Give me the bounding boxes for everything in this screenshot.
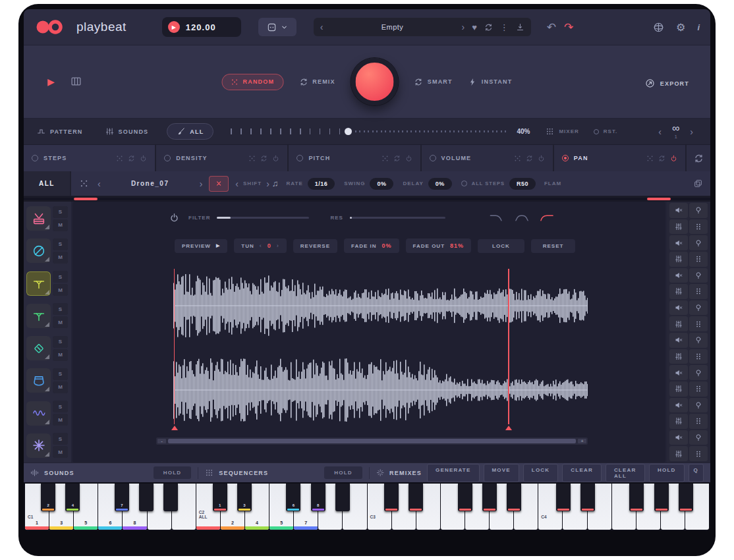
tab-radio-icon[interactable] [164, 155, 171, 161]
complexity-slider[interactable]: 40% [231, 128, 530, 135]
loop-start-segment[interactable] [74, 198, 98, 200]
bpm-value[interactable]: 120.00 [186, 22, 216, 32]
zoom-in-button[interactable]: + [578, 439, 586, 443]
transport-play-icon[interactable]: ▶ [47, 76, 55, 87]
mixer-button[interactable]: MIXER [546, 127, 579, 136]
piano-key-black-17[interactable] [580, 484, 595, 511]
highpass-filter-icon[interactable] [539, 213, 555, 223]
power-icon[interactable] [538, 155, 545, 162]
track-3-choke-knob-icon[interactable] [689, 268, 708, 283]
tune-down-button[interactable]: ‹ [260, 242, 262, 249]
sample-end-marker[interactable] [508, 269, 509, 424]
tab-sounds[interactable]: SOUNDS [105, 127, 149, 136]
all-tracks-button[interactable]: ALL [167, 123, 213, 140]
track-6-pad-grid-icon[interactable] [689, 381, 708, 397]
tab-radio-icon[interactable] [562, 155, 569, 161]
bpm-box[interactable]: ▶ 120.00 [162, 17, 241, 37]
piano-key-black-18[interactable] [629, 484, 644, 511]
piano-key-black-10[interactable] [335, 484, 350, 511]
track-4-solo-button[interactable]: S [53, 303, 68, 315]
shift-left-button[interactable]: ‹ [235, 179, 239, 189]
all-tracks-cell[interactable]: ALL [24, 171, 71, 196]
tune-up-button[interactable]: › [277, 242, 279, 249]
track-4-mute-button[interactable]: M [53, 316, 68, 328]
redo-button[interactable]: ↷ [564, 20, 573, 34]
dice-icon[interactable] [514, 155, 521, 162]
track-6-output-speaker-icon[interactable] [669, 365, 688, 380]
lowpass-filter-icon[interactable] [489, 213, 505, 223]
lock-button[interactable]: LOCK [478, 239, 524, 253]
piano-key-black-6[interactable]: 1 [213, 484, 227, 511]
reset-button[interactable]: RST. [594, 128, 617, 134]
track-5-pad-grid-icon[interactable] [689, 349, 708, 364]
piano-key-black-16[interactable] [556, 484, 571, 511]
track-5-shaker-icon[interactable] [26, 336, 51, 360]
sample-name[interactable]: Drone_07 [101, 180, 200, 187]
piano-key-black-9[interactable]: 8 [311, 484, 325, 511]
piano-key-black-2[interactable]: 4 [65, 484, 80, 511]
preset-menu-icon[interactable]: ⋮ [500, 23, 509, 32]
param-tab-pitch[interactable]: PITCH [289, 145, 420, 171]
track-5-mute-button[interactable]: M [53, 349, 68, 361]
filter-slider[interactable] [217, 217, 309, 219]
track-7-output-speaker-icon[interactable] [669, 398, 688, 413]
track-1-output-speaker-icon[interactable] [669, 203, 688, 218]
play-icon[interactable]: ▶ [168, 21, 180, 33]
bandpass-filter-icon[interactable] [514, 213, 530, 223]
dice-icon[interactable] [381, 155, 389, 162]
dice-icon[interactable] [248, 155, 256, 162]
ai-dropdown[interactable] [258, 18, 296, 36]
tab-radio-icon[interactable] [296, 155, 303, 161]
track-6-mute-button[interactable]: M [53, 381, 68, 393]
track-2-solo-button[interactable]: S [53, 238, 68, 250]
piano-key-black-4[interactable] [139, 484, 154, 511]
pager-prev-button[interactable]: ‹ [658, 126, 662, 137]
tab-radio-icon[interactable] [32, 155, 38, 161]
slider-handle[interactable] [345, 128, 352, 135]
track-8-burst-icon[interactable] [26, 434, 51, 458]
instant-button[interactable]: INSTANT [468, 78, 513, 86]
sample-start-marker[interactable] [174, 269, 175, 424]
flam-button[interactable]: FLAM [544, 181, 561, 186]
track-8-output-speaker-icon[interactable] [669, 430, 688, 445]
track-1-mixer-sliders-icon[interactable] [669, 219, 688, 235]
track-2-cymbal-icon[interactable] [26, 238, 51, 263]
reload-preset-icon[interactable] [484, 23, 493, 32]
fade-in-control[interactable]: FADE IN 0% [344, 238, 399, 253]
fade-out-control[interactable]: FADE OUT 81% [406, 238, 471, 253]
track-3-mixer-sliders-icon[interactable] [669, 284, 688, 299]
track-3-output-speaker-icon[interactable] [669, 268, 688, 283]
track-6-tom-icon[interactable] [26, 368, 51, 393]
param-tab-density[interactable]: DENSITY [156, 145, 287, 171]
all-steps-value[interactable]: R50 [509, 178, 536, 190]
track-3-pad-grid-icon[interactable] [689, 284, 708, 299]
power-icon[interactable] [140, 155, 147, 162]
loop-icon[interactable] [128, 155, 135, 162]
track-6-solo-button[interactable]: S [53, 368, 68, 380]
rate-value[interactable]: 1/16 [308, 178, 335, 190]
loop-icon[interactable] [658, 155, 665, 162]
track-6-choke-knob-icon[interactable] [689, 365, 708, 380]
track-4-output-speaker-icon[interactable] [669, 300, 688, 316]
track-8-mute-button[interactable]: M [53, 446, 68, 458]
notes-icon[interactable]: ♫ [272, 179, 279, 188]
track-4-hihat-icon[interactable] [26, 304, 51, 328]
sequencers-hold-button[interactable]: HOLD [324, 466, 362, 479]
info-icon[interactable]: i [697, 22, 700, 32]
track-4-choke-knob-icon[interactable] [689, 300, 708, 316]
track-2-choke-knob-icon[interactable] [689, 235, 708, 250]
piano-key-black-1[interactable]: 2 [41, 484, 55, 511]
piano-roll-icon[interactable] [71, 76, 82, 87]
track-8-solo-button[interactable]: S [53, 433, 68, 445]
waveform-channel-right[interactable] [156, 357, 588, 423]
remix-q-button[interactable]: Q [689, 464, 704, 482]
loop-icon[interactable] [526, 155, 533, 162]
all-steps-radio[interactable] [461, 181, 467, 186]
param-tab-pan[interactable]: PAN [554, 145, 685, 171]
reverse-button[interactable]: REVERSE [293, 239, 337, 253]
track-5-mixer-sliders-icon[interactable] [669, 349, 688, 364]
track-4-pad-grid-icon[interactable] [689, 316, 708, 331]
randomizer-ball-icon[interactable] [653, 22, 664, 33]
piano-key-black-15[interactable] [507, 484, 521, 511]
track-1-solo-button[interactable]: S [53, 206, 68, 218]
